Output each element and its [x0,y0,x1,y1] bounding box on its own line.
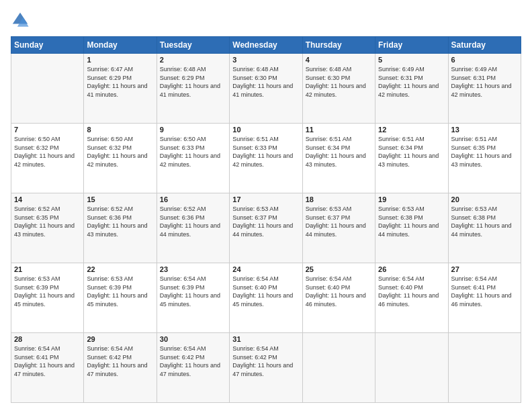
table-row: 20Sunrise: 6:53 AMSunset: 6:38 PMDayligh… [448,193,521,263]
day-number: 27 [451,265,518,273]
col-header-wednesday: Wednesday [230,37,302,54]
day-number: 30 [160,335,226,343]
table-row: 16Sunrise: 6:52 AMSunset: 6:36 PMDayligh… [157,193,229,263]
day-number: 16 [160,195,226,203]
cell-info: Sunrise: 6:47 AMSunset: 6:29 PMDaylight:… [87,65,153,99]
day-number: 10 [232,126,299,134]
day-number: 23 [160,265,226,273]
day-number: 26 [378,265,445,273]
cell-info: Sunrise: 6:54 AMSunset: 6:42 PMDaylight:… [160,345,226,378]
table-row: 23Sunrise: 6:54 AMSunset: 6:39 PMDayligh… [157,263,229,333]
cell-info: Sunrise: 6:50 AMSunset: 6:32 PMDaylight:… [87,135,153,169]
table-row: 29Sunrise: 6:54 AMSunset: 6:42 PMDayligh… [84,333,157,403]
cell-info: Sunrise: 6:54 AMSunset: 6:40 PMDaylight:… [306,275,372,308]
cell-info: Sunrise: 6:53 AMSunset: 6:37 PMDaylight:… [232,205,299,238]
table-row: 22Sunrise: 6:53 AMSunset: 6:39 PMDayligh… [84,263,157,333]
table-row: 25Sunrise: 6:54 AMSunset: 6:40 PMDayligh… [302,263,375,333]
calendar-page: SundayMondayTuesdayWednesdayThursdayFrid… [0,0,532,411]
table-row: 28Sunrise: 6:54 AMSunset: 6:41 PMDayligh… [11,333,84,403]
cell-info: Sunrise: 6:51 AMSunset: 6:34 PMDaylight:… [306,135,372,169]
cell-info: Sunrise: 6:48 AMSunset: 6:29 PMDaylight:… [160,65,226,99]
table-row: 10Sunrise: 6:51 AMSunset: 6:33 PMDayligh… [230,124,302,193]
cell-info: Sunrise: 6:54 AMSunset: 6:40 PMDaylight:… [378,275,445,308]
table-row: 4Sunrise: 6:48 AMSunset: 6:30 PMDaylight… [302,54,375,124]
cell-info: Sunrise: 6:54 AMSunset: 6:40 PMDaylight:… [232,275,299,308]
day-number: 12 [378,126,445,134]
table-row: 17Sunrise: 6:53 AMSunset: 6:37 PMDayligh… [230,193,302,263]
cell-info: Sunrise: 6:52 AMSunset: 6:35 PMDaylight:… [14,205,81,238]
table-row [448,333,521,403]
cell-info: Sunrise: 6:48 AMSunset: 6:30 PMDaylight:… [232,65,299,99]
table-row: 19Sunrise: 6:53 AMSunset: 6:38 PMDayligh… [375,193,448,263]
cell-info: Sunrise: 6:49 AMSunset: 6:31 PMDaylight:… [451,65,518,99]
day-number: 8 [87,126,153,134]
logo-icon [11,11,30,30]
day-number: 2 [160,56,226,64]
header [11,11,521,30]
day-number: 11 [306,126,372,134]
cell-info: Sunrise: 6:51 AMSunset: 6:35 PMDaylight:… [451,135,518,169]
table-row: 8Sunrise: 6:50 AMSunset: 6:32 PMDaylight… [84,124,157,193]
day-number: 13 [451,126,518,134]
day-number: 19 [378,195,445,203]
table-row: 12Sunrise: 6:51 AMSunset: 6:34 PMDayligh… [375,124,448,193]
table-row: 30Sunrise: 6:54 AMSunset: 6:42 PMDayligh… [157,333,229,403]
day-number: 17 [232,195,299,203]
day-number: 4 [306,56,372,64]
col-header-monday: Monday [84,37,157,54]
day-number: 24 [232,265,299,273]
table-row: 31Sunrise: 6:54 AMSunset: 6:42 PMDayligh… [230,333,302,403]
day-number: 21 [14,265,81,273]
day-number: 22 [87,265,153,273]
cell-info: Sunrise: 6:49 AMSunset: 6:31 PMDaylight:… [378,65,445,99]
table-row: 26Sunrise: 6:54 AMSunset: 6:40 PMDayligh… [375,263,448,333]
cell-info: Sunrise: 6:48 AMSunset: 6:30 PMDaylight:… [306,65,372,99]
day-number: 6 [451,56,518,64]
day-number: 3 [232,56,299,64]
day-number: 25 [306,265,372,273]
table-row: 21Sunrise: 6:53 AMSunset: 6:39 PMDayligh… [11,263,84,333]
table-row [302,333,375,403]
table-row: 6Sunrise: 6:49 AMSunset: 6:31 PMDaylight… [448,54,521,124]
cell-info: Sunrise: 6:53 AMSunset: 6:38 PMDaylight:… [378,205,445,238]
table-row: 1Sunrise: 6:47 AMSunset: 6:29 PMDaylight… [84,54,157,124]
table-row: 18Sunrise: 6:53 AMSunset: 6:37 PMDayligh… [302,193,375,263]
cell-info: Sunrise: 6:51 AMSunset: 6:34 PMDaylight:… [378,135,445,169]
col-header-tuesday: Tuesday [157,37,229,54]
col-header-thursday: Thursday [302,37,375,54]
day-number: 29 [87,335,153,343]
cell-info: Sunrise: 6:52 AMSunset: 6:36 PMDaylight:… [87,205,153,238]
logo [11,11,32,30]
col-header-saturday: Saturday [448,37,521,54]
table-row [375,333,448,403]
table-row: 27Sunrise: 6:54 AMSunset: 6:41 PMDayligh… [448,263,521,333]
cell-info: Sunrise: 6:53 AMSunset: 6:37 PMDaylight:… [306,205,372,238]
day-number: 1 [87,56,153,64]
table-row: 7Sunrise: 6:50 AMSunset: 6:32 PMDaylight… [11,124,84,193]
day-number: 7 [14,126,81,134]
cell-info: Sunrise: 6:54 AMSunset: 6:41 PMDaylight:… [14,345,81,378]
cell-info: Sunrise: 6:53 AMSunset: 6:39 PMDaylight:… [14,275,81,308]
table-row: 3Sunrise: 6:48 AMSunset: 6:30 PMDaylight… [230,54,302,124]
calendar-table: SundayMondayTuesdayWednesdayThursdayFrid… [11,36,521,403]
day-number: 9 [160,126,226,134]
cell-info: Sunrise: 6:53 AMSunset: 6:38 PMDaylight:… [451,205,518,238]
table-row: 11Sunrise: 6:51 AMSunset: 6:34 PMDayligh… [302,124,375,193]
cell-info: Sunrise: 6:54 AMSunset: 6:42 PMDaylight:… [87,345,153,378]
table-row [11,54,84,124]
table-row: 15Sunrise: 6:52 AMSunset: 6:36 PMDayligh… [84,193,157,263]
table-row: 9Sunrise: 6:50 AMSunset: 6:33 PMDaylight… [157,124,229,193]
day-number: 15 [87,195,153,203]
col-header-sunday: Sunday [11,37,84,54]
col-header-friday: Friday [375,37,448,54]
cell-info: Sunrise: 6:50 AMSunset: 6:33 PMDaylight:… [160,135,226,169]
table-row: 2Sunrise: 6:48 AMSunset: 6:29 PMDaylight… [157,54,229,124]
day-number: 20 [451,195,518,203]
cell-info: Sunrise: 6:52 AMSunset: 6:36 PMDaylight:… [160,205,226,238]
table-row: 13Sunrise: 6:51 AMSunset: 6:35 PMDayligh… [448,124,521,193]
table-row: 14Sunrise: 6:52 AMSunset: 6:35 PMDayligh… [11,193,84,263]
day-number: 28 [14,335,81,343]
table-row: 5Sunrise: 6:49 AMSunset: 6:31 PMDaylight… [375,54,448,124]
cell-info: Sunrise: 6:53 AMSunset: 6:39 PMDaylight:… [87,275,153,308]
day-number: 14 [14,195,81,203]
